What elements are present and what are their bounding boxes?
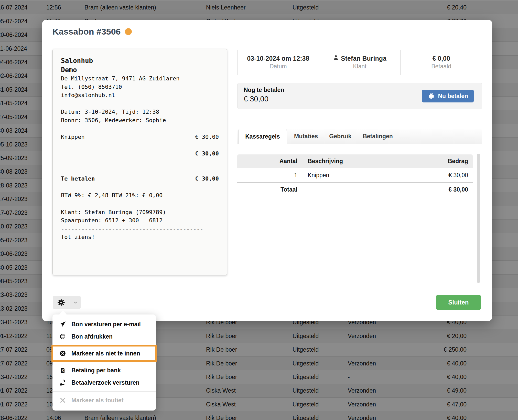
chevron-down-icon[interactable] [70, 300, 81, 305]
kassaregels-table-body: 1Knippen€ 30,00 [237, 168, 473, 183]
menu-divider [52, 391, 156, 392]
receipt-line: Bonnr: 3506, Medewerker: Sophie [61, 116, 219, 125]
receipt-line: Demo [61, 65, 219, 75]
menu-item-markeer-als-foutief: Markeer als foutief [52, 394, 156, 406]
x-icon [59, 397, 66, 404]
menu-item-markeer-niet-te-innen[interactable]: Markeer als niet te innen [53, 347, 155, 360]
circle-x-icon [59, 350, 66, 357]
receipt-line-right: ========== [185, 166, 219, 175]
modal-title-text: Kassabon #3506 [52, 27, 121, 37]
tab-mutaties[interactable]: Mutaties [288, 129, 323, 144]
receipt-line-left: ----------------------------------------… [61, 125, 203, 133]
close-button[interactable]: Sluiten [436, 295, 481, 310]
pay-now-label: Nu betalen [438, 93, 468, 100]
receipt-line: ----------------------------------------… [61, 225, 219, 233]
outstanding-amount: € 30,00 [244, 95, 268, 103]
receipt-line-right: € 30,00 [195, 150, 219, 158]
receipt-line-left: De Millystraat 7, 9471 AG Zuidlaren [61, 75, 180, 83]
actions-dropdown-menu: Bon versturen per e-mailBon afdrukkenMar… [52, 314, 156, 411]
receipt-line-left: info@salonhub.nl [61, 91, 115, 100]
bank-icon: € [59, 367, 66, 374]
cash-register-icon [428, 93, 435, 99]
menu-item-betaling-per-bank[interactable]: €Betaling per bank [52, 364, 156, 376]
kassaregels-total-row: Totaal € 30,00 [237, 183, 473, 196]
kassaregels-table: Aantal Beschrijving Bedrag 1Knippen€ 30,… [237, 154, 473, 196]
kassabon-modal: Kassabon #3506 SalonhubDemoDe Millystraa… [42, 20, 492, 321]
summary-value-betaald: € 0,00 [432, 55, 450, 62]
receipt-line: Tot ziens! [61, 233, 219, 242]
summary-value-text: Stefan Buringa [341, 55, 386, 62]
receipt-line-left: Demo [61, 65, 77, 75]
menu-item-betaling-per-bank-label: Betaling per bank [71, 367, 121, 374]
receipt-line: € 30,00 [61, 150, 219, 158]
receipt-preview: SalonhubDemoDe Millystraat 7, 9471 AG Zu… [52, 49, 227, 275]
receipt-line: ========== [61, 166, 219, 175]
total-amount: € 30,00 [425, 186, 473, 193]
cell-bedrag: € 30,00 [425, 172, 473, 179]
outstanding-payment-bar: Nog te betalen € 30,00 Nu betalen [237, 83, 482, 109]
receipt-line-left: ----------------------------------------… [61, 200, 203, 208]
outstanding-label: Nog te betalen [244, 87, 284, 93]
receipt-line: BTW 9%: € 2,48 BTW 21%: € 0,00 [61, 191, 219, 200]
actions-split-button[interactable] [53, 296, 81, 309]
receipt-line-left: Klant: Stefan Buringa (7099789) [61, 208, 166, 217]
gear-icon[interactable] [53, 299, 70, 306]
header-aantal: Aantal [237, 158, 297, 165]
summary-value-klant: Stefan Buringa [333, 55, 386, 62]
summary-value-text: 03-10-2024 om 12:38 [247, 55, 309, 62]
tab-betalingen[interactable]: Betalingen [357, 129, 398, 144]
receipt-line-left: Knippen [61, 133, 85, 141]
receipt-line-left: Tel. (050) 8503710 [61, 83, 122, 91]
receipt-line [61, 100, 219, 108]
print-icon [59, 333, 66, 340]
summary-value-datum: 03-10-2024 om 12:38 [247, 55, 309, 62]
total-label: Totaal [237, 186, 297, 193]
menu-item-betaalverzoek-versturen-label: Betaalverzoek versturen [71, 379, 139, 386]
menu-item-bon-afdrukken-label: Bon afdrukken [71, 333, 113, 340]
receipt-line-right: € 30,00 [195, 175, 219, 183]
receipt-line: Spaarpunten: 6512 + 300 = 6812 [61, 216, 219, 225]
menu-item-bon-versturen-email-label: Bon versturen per e-mail [71, 321, 141, 328]
receipt-summary: 03-10-2024 om 12:38DatumStefan BuringaKl… [237, 50, 482, 75]
menu-item-bon-afdrukken[interactable]: Bon afdrukken [52, 330, 156, 343]
receipt-line-left: ----------------------------------------… [61, 225, 203, 233]
receipt-line-left: BTW 9%: € 2,48 BTW 21%: € 0,00 [61, 191, 163, 200]
receipt-line-left: Tot ziens! [61, 233, 95, 242]
receipt-line: info@salonhub.nl [61, 91, 219, 100]
receipt-line: De Millystraat 7, 9471 AG Zuidlaren [61, 75, 219, 83]
summary-label-datum: Datum [269, 63, 287, 70]
menu-item-betaalverzoek-versturen[interactable]: Betaalverzoek versturen [52, 376, 156, 389]
receipt-line-right: € 30,00 [195, 133, 219, 141]
summary-value-text: € 0,00 [432, 55, 450, 62]
receipt-line: Salonhub [61, 56, 219, 65]
tab-gebruik[interactable]: Gebruik [323, 129, 357, 144]
cell-aantal: 1 [237, 172, 297, 179]
receipt-line: Tel. (050) 8503710 [61, 83, 219, 91]
send-icon [59, 321, 66, 328]
receipt-line-left: Te betalen [61, 175, 95, 183]
tab-kassaregels[interactable]: Kassaregels [238, 129, 287, 144]
person-icon [333, 55, 339, 62]
menu-item-markeer-als-foutief-label: Markeer als foutief [71, 397, 123, 404]
menu-item-bon-versturen-email[interactable]: Bon versturen per e-mail [52, 318, 156, 330]
summary-cell-datum: 03-10-2024 om 12:38Datum [237, 50, 319, 75]
pay-now-button[interactable]: Nu betalen [422, 90, 474, 102]
scrollbar[interactable] [477, 154, 480, 283]
status-dot-icon [125, 28, 132, 35]
summary-cell-betaald: € 0,00Betaald [400, 50, 482, 75]
receipt-line: ----------------------------------------… [61, 200, 219, 208]
receipt-line-left: Salonhub [61, 56, 93, 65]
summary-label-betaald: Betaald [431, 63, 451, 70]
header-beschrijving: Beschrijving [308, 158, 425, 165]
receipt-line [61, 183, 219, 192]
receipt-line: ========== [61, 141, 219, 150]
receipt-line: Klant: Stefan Buringa (7099789) [61, 208, 219, 217]
receipt-line-right: ========== [185, 141, 219, 150]
receipt-line: ----------------------------------------… [61, 125, 219, 133]
menu-item-markeer-niet-te-innen-label: Markeer als niet te innen [71, 350, 140, 357]
receipt-line-left: Datum: 3-10-2024, Tijd: 12:38 [61, 108, 159, 116]
svg-text:€: € [62, 369, 64, 372]
receipt-line-left: Spaarpunten: 6512 + 300 = 6812 [61, 216, 163, 225]
summary-cell-klant: Stefan BuringaKlant [319, 50, 401, 75]
kassaregel-row: 1Knippen€ 30,00 [237, 168, 473, 183]
